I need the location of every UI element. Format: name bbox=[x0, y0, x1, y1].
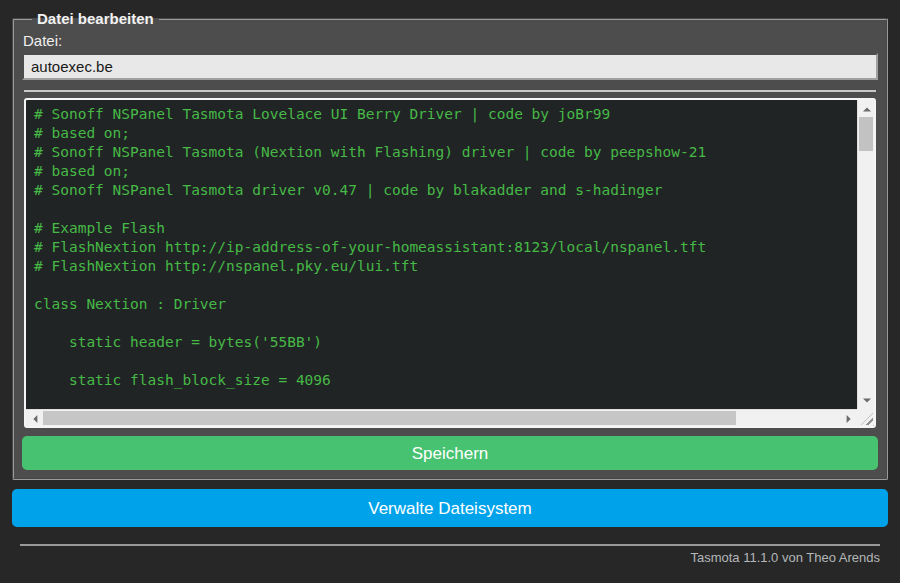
code-line: # Sonoff NSPanel Tasmota (Nextion with F… bbox=[34, 143, 849, 162]
code-line: # based on; bbox=[34, 162, 849, 181]
save-button[interactable]: Speichern bbox=[22, 436, 878, 470]
page: { "editor": { "legend": "Datei bearbeite… bbox=[0, 0, 900, 583]
code-content[interactable]: # Sonoff NSPanel Tasmota Lovelace UI Ber… bbox=[26, 100, 857, 409]
scroll-right-icon[interactable] bbox=[840, 410, 857, 427]
code-line bbox=[34, 314, 849, 333]
divider bbox=[24, 90, 876, 92]
scroll-up-icon[interactable] bbox=[858, 100, 875, 117]
scroll-left-icon[interactable] bbox=[26, 410, 43, 427]
code-line: static flash_block_size = 4096 bbox=[34, 371, 849, 390]
footer-version-text: Tasmota 11.1.0 von Theo Arends bbox=[12, 550, 888, 565]
footer: Tasmota 11.1.0 von Theo Arends bbox=[12, 544, 888, 565]
code-line bbox=[34, 200, 849, 219]
horizontal-scrollbar-track[interactable] bbox=[43, 410, 840, 426]
file-label: Datei: bbox=[23, 32, 878, 49]
vertical-scrollbar-thumb[interactable] bbox=[859, 117, 873, 151]
footer-divider bbox=[20, 544, 880, 546]
file-name-input[interactable] bbox=[22, 53, 878, 80]
manage-filesystem-button[interactable]: Verwalte Dateisystem bbox=[12, 489, 888, 527]
code-line: # Sonoff NSPanel Tasmota driver v0.47 | … bbox=[34, 181, 849, 200]
horizontal-scrollbar[interactable] bbox=[26, 409, 857, 426]
code-editor-textarea[interactable]: # Sonoff NSPanel Tasmota Lovelace UI Ber… bbox=[24, 98, 876, 428]
resize-grip-icon[interactable] bbox=[857, 409, 874, 426]
main-container: Datei bearbeiten Datei: # Sonoff NSPanel… bbox=[0, 0, 900, 565]
edit-file-fieldset: Datei bearbeiten Datei: # Sonoff NSPanel… bbox=[12, 10, 888, 480]
code-line: static header = bytes('55BB') bbox=[34, 333, 849, 352]
code-line: # FlashNextion http://nspanel.pky.eu/lui… bbox=[34, 257, 849, 276]
code-line bbox=[34, 276, 849, 295]
code-line: # Sonoff NSPanel Tasmota Lovelace UI Ber… bbox=[34, 105, 849, 124]
code-line: # based on; bbox=[34, 124, 849, 143]
code-line: # FlashNextion http://ip-address-of-your… bbox=[34, 238, 849, 257]
code-line bbox=[34, 352, 849, 371]
vertical-scrollbar[interactable] bbox=[857, 100, 874, 409]
horizontal-scrollbar-thumb[interactable] bbox=[43, 411, 736, 425]
code-line: class Nextion : Driver bbox=[34, 295, 849, 314]
fieldset-legend: Datei bearbeiten bbox=[32, 10, 159, 27]
code-line: # Example Flash bbox=[34, 219, 849, 238]
scroll-down-icon[interactable] bbox=[858, 392, 875, 409]
vertical-scrollbar-track[interactable] bbox=[858, 117, 874, 392]
